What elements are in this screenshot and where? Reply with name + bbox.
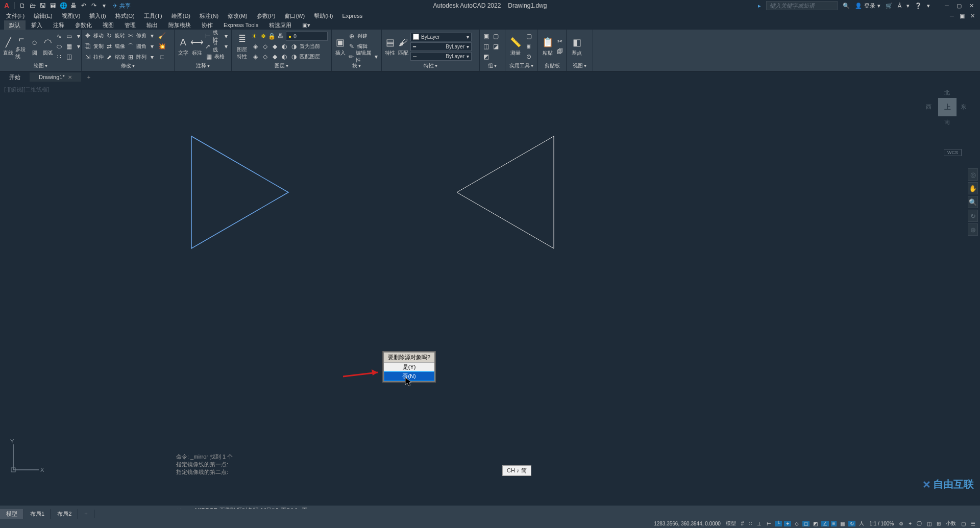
lwt-icon[interactable]: ≡ — [831, 521, 837, 526]
create-icon[interactable]: ⊕ — [348, 32, 356, 40]
ribbon-tab-default[interactable]: 默认 — [4, 20, 26, 30]
ungroup-icon[interactable]: ▢ — [492, 32, 500, 40]
annot-icon[interactable]: 人 — [857, 520, 866, 527]
search-icon[interactable]: 🔍 — [843, 3, 850, 9]
qat-saveas-icon[interactable]: 🖬 — [48, 1, 58, 10]
units-label[interactable]: 小数 — [944, 520, 958, 527]
fullscreen-icon[interactable]: ▢ — [960, 521, 967, 526]
tab-new[interactable]: + — [81, 72, 96, 82]
ribbon-tab-collab[interactable]: 协作 — [197, 20, 218, 30]
lineweight-combo[interactable]: ━ByLayer▾ — [410, 42, 472, 51]
calc-icon[interactable]: 🖩 — [525, 42, 533, 51]
ribbon-tab-addins[interactable]: 附加模块 — [163, 20, 196, 30]
viewcube[interactable]: 北 西 东 南 上 — [929, 89, 966, 125]
menu-express[interactable]: Express — [342, 13, 362, 19]
circle-button[interactable]: ○圆 — [29, 32, 41, 61]
nav-orbit-icon[interactable]: ↻ — [968, 210, 978, 222]
panel-block-title[interactable]: 块 ▾ — [334, 62, 379, 70]
insert-button[interactable]: ▣插入 — [334, 32, 347, 61]
select-icon[interactable]: ▢ — [525, 32, 533, 40]
3dosnap-icon[interactable]: ◩ — [812, 521, 819, 526]
help-icon[interactable]: ❔ — [915, 3, 922, 9]
panel-util-title[interactable]: 实用工具 ▾ — [507, 62, 535, 70]
fillet-icon[interactable]: ⌒ — [127, 42, 135, 51]
hatch-icon[interactable]: ▦ — [65, 42, 73, 51]
trans-icon[interactable]: ▦ — [839, 521, 846, 526]
close-icon[interactable]: ✕ — [68, 74, 72, 80]
erase-icon[interactable]: 🧹 — [158, 32, 166, 40]
menu-dimension[interactable]: 标注(N) — [200, 12, 218, 20]
menu-edit[interactable]: 编辑(E) — [34, 12, 53, 20]
isolate-icon[interactable]: ◫ — [925, 521, 933, 526]
rect-icon[interactable]: ▭ — [65, 32, 73, 40]
cycle-icon[interactable]: ↻ — [848, 521, 855, 526]
gear-icon[interactable]: ⚙ — [897, 521, 905, 526]
scale-readout[interactable]: 1:1 / 100% — [868, 521, 895, 526]
layer-freeze-icon[interactable]: ❄ — [260, 32, 267, 40]
edit-icon[interactable]: ✎ — [348, 42, 356, 51]
ribbon-tab-output[interactable]: 输出 — [141, 20, 163, 30]
panel-annot-title[interactable]: 注释 ▾ — [177, 62, 229, 70]
stretch-icon[interactable]: ⇲ — [84, 53, 92, 61]
leader-icon[interactable]: ↗ — [205, 42, 211, 51]
cut-icon[interactable]: ✂ — [556, 37, 564, 45]
layer-props-button[interactable]: ≣图层 特性 — [234, 32, 250, 61]
panel-group-title[interactable]: 组 ▾ — [482, 62, 503, 70]
props-button[interactable]: ▤特性 — [384, 32, 396, 61]
offset-icon[interactable]: ⊏ — [158, 53, 166, 61]
paste-button[interactable]: 📋粘贴 — [540, 32, 555, 61]
color-combo[interactable]: ByLayer▾ — [410, 33, 472, 41]
cart-icon[interactable]: 🛒 — [886, 3, 893, 9]
menu-draw[interactable]: 绘图(D) — [172, 12, 190, 20]
menu-param[interactable]: 参数(P) — [257, 12, 276, 20]
rotate-icon[interactable]: ↻ — [105, 32, 113, 40]
layer-plot-icon[interactable]: 🖶 — [277, 32, 284, 40]
grid-icon[interactable]: # — [740, 521, 746, 526]
nav-pan-icon[interactable]: ✋ — [968, 182, 978, 194]
setcurrent-button[interactable]: 置为当前 — [300, 43, 320, 50]
doc-close-icon[interactable]: ✕ — [968, 12, 977, 20]
linetype-combo[interactable]: ─ByLayer▾ — [410, 52, 472, 61]
qat-undo-icon[interactable]: ↶ — [79, 1, 88, 10]
iso-icon[interactable]: ◇ — [793, 521, 800, 526]
menu-file[interactable]: 文件(F) — [6, 12, 24, 20]
ribbon-tab-insert[interactable]: 插入 — [26, 20, 47, 30]
linear-icon[interactable]: ⊢ — [205, 32, 211, 40]
qat-dropdown-icon[interactable]: ▾ — [100, 1, 109, 10]
maximize-button[interactable]: ▢ — [954, 2, 964, 10]
otrack-icon[interactable]: ∠ — [821, 521, 829, 526]
line-button[interactable]: ╱直线 — [2, 32, 14, 61]
layout-tab-1[interactable]: 布局1 — [24, 509, 51, 519]
qat-save-icon[interactable]: 🖫 — [38, 1, 47, 10]
ribbon-tab-annotate[interactable]: 注释 — [48, 20, 69, 30]
app-icon[interactable]: Å — [898, 3, 901, 9]
ribbon-tab-view[interactable]: 视图 — [97, 20, 119, 30]
panel-draw-title[interactable]: 绘图 ▾ — [2, 62, 79, 70]
ellipse-icon[interactable]: ⬭ — [55, 42, 63, 51]
layer-lock-icon[interactable]: 🔒 — [268, 32, 276, 40]
panel-modify-title[interactable]: 修改 ▾ — [84, 62, 172, 70]
qat-open-icon[interactable]: 🗁 — [28, 1, 37, 10]
attr-icon[interactable]: ✏ — [348, 53, 354, 61]
region-icon[interactable]: ◫ — [65, 53, 73, 61]
viewcube-top[interactable]: 上 — [938, 98, 957, 116]
layout-tab-model[interactable]: 模型 — [0, 509, 24, 519]
menu-help[interactable]: 帮助(H) — [314, 12, 333, 20]
panel-view-title[interactable]: 视图 ▾ — [569, 62, 591, 70]
menu-view[interactable]: 视图(V) — [62, 12, 81, 20]
spline-icon[interactable]: ∿ — [55, 32, 63, 40]
mirror-icon[interactable]: ⇄ — [105, 42, 113, 51]
search-input[interactable]: 键入关键字或短语 — [766, 1, 838, 10]
trim-icon[interactable]: ✂ — [127, 32, 135, 40]
menu-tools[interactable]: 工具(T) — [144, 12, 162, 20]
chevron-down-icon[interactable]: ▾ — [906, 3, 910, 9]
tab-drawing1[interactable]: Drawing1*✕ — [30, 72, 81, 82]
hw-icon[interactable]: ⊞ — [935, 521, 942, 526]
nav-show-icon[interactable]: ⊕ — [968, 223, 978, 236]
doc-restore-icon[interactable]: ▣ — [958, 12, 967, 20]
menu-window[interactable]: 窗口(W) — [284, 12, 305, 20]
arc-button[interactable]: ◠圆弧 — [42, 32, 54, 61]
text-button[interactable]: A文字 — [177, 32, 190, 61]
layout-tab-add[interactable]: + — [78, 510, 94, 518]
qat-redo-icon[interactable]: ↷ — [89, 1, 99, 10]
